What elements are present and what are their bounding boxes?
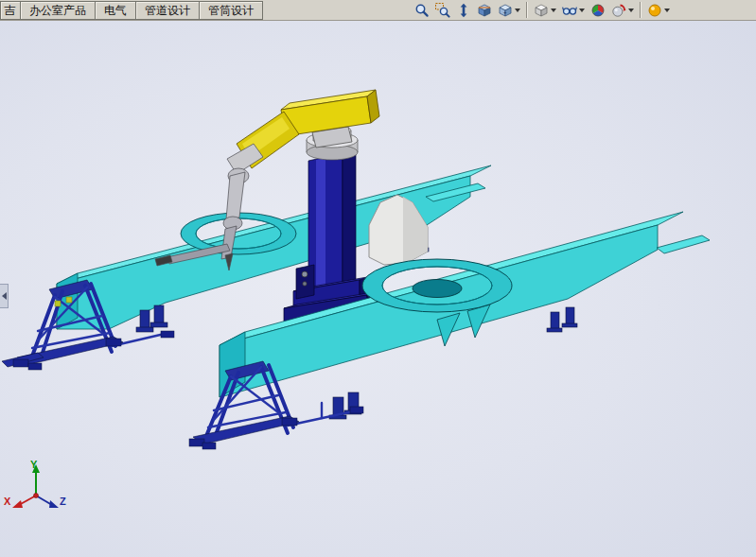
- dropdown-arrow-icon: [628, 9, 634, 12]
- chevron-left-icon: [2, 292, 7, 300]
- tab-pipe-design[interactable]: 管道设计: [135, 1, 200, 20]
- svg-text:+: +: [503, 9, 507, 15]
- top-toolbar: 吉 办公室产品 电气 管道设计 管筒设计 +: [0, 0, 756, 21]
- view-toolbar: +: [412, 0, 673, 21]
- dropdown-arrow-icon: [579, 9, 585, 12]
- toolbar-separator: [526, 2, 528, 18]
- dropdown-arrow-icon: [515, 9, 520, 12]
- dropdown-arrow-icon: [551, 9, 556, 12]
- tab-office-products[interactable]: 办公室产品: [20, 1, 96, 20]
- zoom-to-area-icon[interactable]: [433, 1, 452, 20]
- hide-show-items-icon[interactable]: [560, 1, 587, 20]
- zoom-in-out-icon[interactable]: [454, 1, 473, 20]
- edit-appearance-icon[interactable]: [589, 1, 607, 20]
- toolbar-separator: [640, 2, 642, 18]
- section-view-icon[interactable]: [475, 1, 494, 20]
- apply-scene-icon[interactable]: [609, 1, 636, 20]
- orientation-triad: Y X Z: [4, 459, 66, 508]
- graphics-viewport[interactable]: Y X Z: [0, 21, 756, 557]
- dropdown-arrow-icon: [664, 9, 670, 12]
- triad-y-label: Y: [30, 459, 38, 470]
- left-panel-collapse-button[interactable]: [0, 284, 9, 308]
- zoom-to-fit-icon[interactable]: [413, 1, 431, 20]
- triad-z-label: Z: [60, 496, 66, 507]
- display-style-icon[interactable]: [532, 1, 558, 20]
- tab-partial[interactable]: 吉: [0, 1, 21, 20]
- view-settings-icon[interactable]: [645, 1, 672, 20]
- tab-tube-design[interactable]: 管筒设计: [199, 1, 263, 20]
- triad-x-label: X: [4, 496, 11, 507]
- tab-electrical[interactable]: 电气: [95, 1, 136, 20]
- model-canvas[interactable]: Y X Z: [0, 21, 756, 557]
- view-orientation-icon[interactable]: +: [496, 1, 522, 20]
